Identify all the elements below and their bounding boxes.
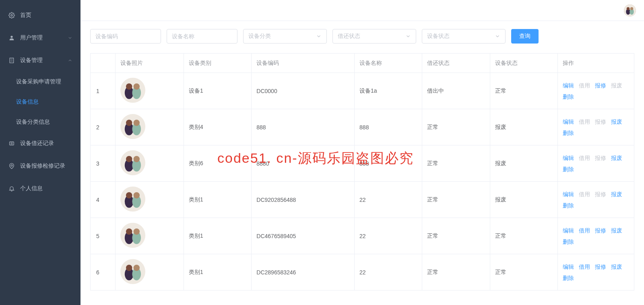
svg-point-41	[126, 228, 132, 235]
equipment-status-select[interactable]: 设备状态	[422, 29, 506, 44]
op-edit[interactable]: 编辑	[563, 116, 574, 127]
cell-status: 报废	[490, 109, 557, 145]
sidebar-item-label: 设备信息	[16, 98, 72, 106]
op-repair: 报修	[595, 116, 606, 127]
th-name: 设备名称	[355, 54, 422, 73]
sidebar-item-home[interactable]: 首页	[0, 4, 80, 27]
cell-category: 设备1	[184, 73, 252, 109]
op-borrow: 借用	[579, 152, 590, 164]
main: 设备分类 借还状态 设备状态 查询	[80, 0, 644, 305]
sidebar-item-purchase[interactable]: 设备采购申请管理	[0, 72, 80, 92]
table-row: 1设备1DC0000设备1a借出中正常编辑借用报修报废删除	[91, 73, 634, 109]
cell-name: 22	[355, 218, 422, 254]
gear-icon	[8, 12, 15, 19]
table-row: 6类别1DC289658324622正常正常编辑借用报修报废删除	[91, 254, 634, 290]
th-status: 设备状态	[490, 54, 557, 73]
sidebar-item-equipment-info[interactable]: 设备信息	[0, 92, 80, 112]
cell-photo	[116, 218, 184, 254]
equipment-photo[interactable]	[120, 259, 145, 284]
sidebar-item-equipment[interactable]: 设备管理	[0, 49, 80, 72]
table-row: 3类别68880888正常报废编辑借用报修报废删除	[91, 145, 634, 182]
op-delete[interactable]: 删除	[563, 164, 574, 175]
op-edit[interactable]: 编辑	[563, 152, 574, 164]
op-delete[interactable]: 删除	[563, 200, 574, 211]
equipment-name-field[interactable]	[172, 33, 232, 39]
cell-photo	[116, 182, 184, 218]
content: 设备分类 借还状态 设备状态 查询	[80, 21, 644, 305]
cell-category: 类别1	[184, 254, 252, 290]
svg-point-42	[134, 228, 140, 235]
op-delete[interactable]: 删除	[563, 272, 574, 284]
op-delete[interactable]: 删除	[563, 91, 574, 102]
op-edit[interactable]: 编辑	[563, 225, 574, 236]
op-scrap[interactable]: 报废	[611, 189, 622, 200]
cell-category: 类别1	[184, 182, 252, 218]
op-scrap: 报废	[611, 80, 622, 91]
cell-name: 888	[355, 109, 422, 145]
equipment-category-select[interactable]: 设备分类	[243, 29, 327, 44]
op-borrow: 借用	[579, 80, 590, 91]
search-button[interactable]: 查询	[511, 29, 539, 44]
svg-point-16	[627, 7, 630, 10]
equipment-photo[interactable]	[120, 78, 145, 103]
cell-index: 6	[91, 254, 116, 290]
equipment-photo[interactable]	[120, 150, 145, 175]
sidebar-item-label: 设备分类信息	[16, 118, 72, 126]
cell-ops: 编辑借用报修报废删除	[558, 109, 634, 145]
sidebar-item-profile[interactable]: 个人信息	[0, 177, 80, 200]
op-repair: 报修	[595, 189, 606, 200]
cell-category: 类别6	[184, 145, 252, 182]
sidebar-item-equipment-category[interactable]: 设备分类信息	[0, 112, 80, 132]
sidebar-item-borrow-records[interactable]: 设备借还记录	[0, 132, 80, 155]
svg-point-36	[126, 192, 132, 199]
op-repair: 报修	[595, 152, 606, 164]
cell-ops: 编辑借用报修报废删除	[558, 218, 634, 254]
sidebar-item-users[interactable]: 用户管理	[0, 27, 80, 49]
user-icon	[8, 34, 15, 41]
th-index	[91, 54, 116, 73]
op-edit[interactable]: 编辑	[563, 261, 574, 272]
select-placeholder: 设备状态	[427, 33, 450, 40]
op-scrap[interactable]: 报废	[611, 261, 622, 272]
equipment-photo[interactable]	[120, 187, 145, 212]
cell-code: 8880	[252, 145, 355, 182]
cell-borrow: 正常	[422, 254, 490, 290]
svg-point-27	[134, 120, 140, 126]
sidebar-item-label: 个人信息	[20, 185, 72, 192]
equipment-code-input[interactable]	[90, 29, 161, 44]
avatar[interactable]	[624, 4, 636, 17]
op-scrap[interactable]: 报废	[611, 116, 622, 127]
filter-bar: 设备分类 借还状态 设备状态 查询	[90, 29, 634, 44]
op-borrow[interactable]: 借用	[579, 261, 590, 272]
borrow-status-select[interactable]: 借还状态	[332, 29, 416, 44]
equipment-photo[interactable]	[120, 223, 145, 248]
cell-status: 正常	[490, 218, 557, 254]
chevron-down-icon	[316, 33, 322, 39]
op-borrow[interactable]: 借用	[579, 225, 590, 236]
op-edit[interactable]: 编辑	[563, 80, 574, 91]
chevron-down-icon	[68, 35, 72, 40]
op-repair[interactable]: 报修	[595, 80, 606, 91]
cell-status: 正常	[490, 254, 557, 290]
cell-code: DC2896583246	[252, 254, 355, 290]
sidebar-item-repair-records[interactable]: 设备报修检修记录	[0, 155, 80, 177]
sidebar-item-label: 设备管理	[20, 57, 68, 64]
op-scrap[interactable]: 报废	[611, 225, 622, 236]
th-borrow: 借还状态	[422, 54, 490, 73]
op-delete[interactable]: 删除	[563, 236, 574, 247]
cell-name: 设备1a	[355, 73, 422, 109]
op-repair[interactable]: 报修	[595, 261, 606, 272]
op-scrap[interactable]: 报废	[611, 152, 622, 164]
sidebar-item-label: 设备采购申请管理	[16, 78, 72, 85]
cell-code: DC0000	[252, 73, 355, 109]
swap-icon	[8, 140, 15, 147]
svg-point-32	[134, 156, 140, 162]
cell-photo	[116, 145, 184, 182]
equipment-photo[interactable]	[120, 114, 145, 139]
op-delete[interactable]: 删除	[563, 127, 574, 139]
equipment-code-field[interactable]	[95, 33, 156, 39]
op-repair[interactable]: 报修	[595, 225, 606, 236]
equipment-name-input[interactable]	[167, 29, 237, 44]
op-edit[interactable]: 编辑	[563, 189, 574, 200]
equipment-table: 设备照片 设备类别 设备编码 设备名称 借还状态 设备状态 操作 1设备1DC0…	[90, 53, 634, 290]
